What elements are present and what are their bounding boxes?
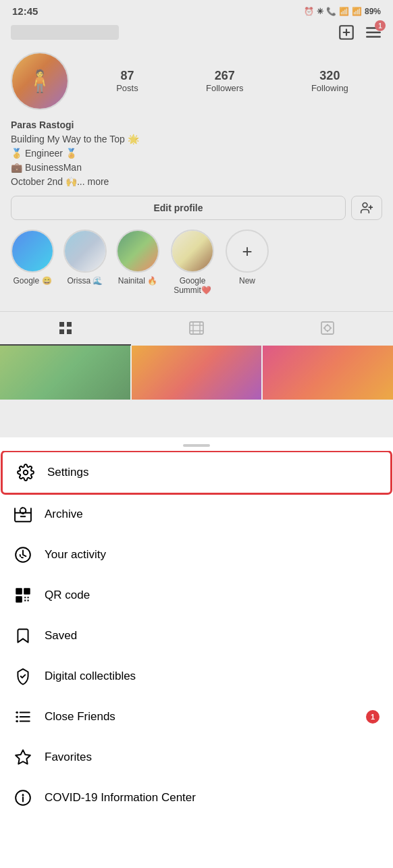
highlight-google-summit[interactable]: Google Summit❤️ xyxy=(169,229,216,295)
menu-item-your-activity[interactable]: Your activity xyxy=(0,535,393,575)
battery-icon: 89% xyxy=(365,7,381,16)
close-friends-badge: 1 xyxy=(366,710,379,724)
your-activity-label: Your activity xyxy=(45,548,106,562)
photo-cell-3[interactable] xyxy=(263,346,393,400)
highlight-orissa[interactable]: Orissa 🌊 xyxy=(63,229,107,295)
highlight-google[interactable]: Google 😄 xyxy=(11,229,54,295)
menu-item-saved[interactable]: Saved xyxy=(0,616,393,656)
alarm-icon: ⏰ xyxy=(304,7,314,16)
tab-grid[interactable] xyxy=(0,312,131,346)
svg-rect-9 xyxy=(59,322,64,327)
activity-icon xyxy=(14,545,32,564)
username-display xyxy=(11,25,119,40)
bottom-sheet: Settings Archive xyxy=(0,437,393,868)
highlight-new[interactable]: + New xyxy=(226,229,269,295)
favorites-label: Favorites xyxy=(45,751,92,764)
svg-rect-11 xyxy=(59,329,64,334)
wifi-icon: 📶 xyxy=(339,7,349,16)
menu-item-qr-code[interactable]: QR code xyxy=(0,575,393,616)
status-time: 12:45 xyxy=(12,5,38,17)
menu-item-close-friends[interactable]: Close Friends 1 xyxy=(0,697,393,737)
menu-item-digital-collectibles[interactable]: Digital collectibles xyxy=(0,656,393,697)
add-person-button[interactable] xyxy=(351,196,382,220)
tab-tagged[interactable] xyxy=(262,312,393,346)
add-post-button[interactable] xyxy=(338,24,355,41)
posts-stat[interactable]: 87 Posts xyxy=(116,69,138,93)
tabs-row xyxy=(0,311,393,346)
svg-point-34 xyxy=(16,720,18,722)
menu-item-archive[interactable]: Archive xyxy=(0,494,393,535)
svg-point-16 xyxy=(24,470,28,475)
svg-rect-14 xyxy=(321,322,334,334)
highlights-row: Google 😄 Orissa 🌊 Nainital 🔥 Google Summ… xyxy=(11,229,382,299)
archive-icon xyxy=(14,505,32,524)
top-header: 1 xyxy=(0,20,393,47)
photo-cell-1[interactable] xyxy=(0,346,130,400)
svg-rect-13 xyxy=(190,322,203,334)
shield-check-icon xyxy=(14,667,32,686)
svg-rect-25 xyxy=(17,597,20,601)
phone-icon: 📞 xyxy=(326,7,336,16)
list-icon xyxy=(14,707,32,726)
stats-row: 87 Posts 267 Followers 320 Following xyxy=(82,69,382,93)
photo-cell-2[interactable] xyxy=(132,346,262,400)
qr-icon xyxy=(14,586,32,605)
qr-code-label: QR code xyxy=(45,589,90,602)
sheet-handle xyxy=(183,444,210,447)
tab-reels[interactable] xyxy=(131,312,262,346)
profile-top: 🧍 87 Posts 267 Followers 320 Following xyxy=(11,52,382,110)
svg-marker-35 xyxy=(16,750,30,764)
bookmark-icon xyxy=(14,626,32,645)
menu-item-settings[interactable]: Settings xyxy=(3,452,390,493)
photo-grid xyxy=(0,346,393,400)
info-circle-icon xyxy=(14,788,32,807)
digital-collectibles-label: Digital collectibles xyxy=(45,670,136,683)
svg-point-15 xyxy=(325,325,330,331)
svg-point-6 xyxy=(363,203,367,208)
highlight-nainital[interactable]: Nainital 🔥 xyxy=(116,229,159,295)
svg-point-33 xyxy=(16,715,18,717)
svg-rect-23 xyxy=(25,589,28,593)
menu-item-favorites[interactable]: Favorites xyxy=(0,737,393,778)
svg-rect-10 xyxy=(67,322,72,327)
followers-stat[interactable]: 267 Followers xyxy=(206,69,244,93)
svg-rect-21 xyxy=(17,589,20,593)
notification-badge: 1 xyxy=(375,20,386,31)
edit-profile-button[interactable]: Edit profile xyxy=(11,196,346,220)
svg-rect-12 xyxy=(67,329,72,334)
bluetooth-icon: ✳ xyxy=(317,7,323,16)
profile-section: 🧍 87 Posts 267 Followers 320 Following P… xyxy=(0,47,393,311)
status-icons: ⏰ ✳ 📞 📶 📶 89% xyxy=(304,7,381,16)
menu-button[interactable]: 1 xyxy=(365,24,382,41)
archive-label: Archive xyxy=(45,508,83,521)
following-stat[interactable]: 320 Following xyxy=(311,69,348,93)
sheet-scrollable[interactable]: Settings Archive xyxy=(0,451,393,861)
close-friends-label: Close Friends xyxy=(45,710,115,724)
covid-label: COVID-19 Information Center xyxy=(45,791,196,805)
svg-point-32 xyxy=(16,711,18,713)
star-icon xyxy=(14,748,32,767)
gear-icon xyxy=(16,463,35,482)
profile-buttons: Edit profile xyxy=(11,196,382,220)
menu-item-covid[interactable]: COVID-19 Information Center xyxy=(0,778,393,818)
header-icons: 1 xyxy=(338,24,382,41)
saved-label: Saved xyxy=(45,629,77,643)
avatar[interactable]: 🧍 xyxy=(11,52,69,110)
signal-icon: 📶 xyxy=(352,7,362,16)
status-bar: 12:45 ⏰ ✳ 📞 📶 📶 89% xyxy=(0,0,393,20)
bio: Paras Rastogi Building My Way to the Top… xyxy=(11,118,382,189)
settings-label: Settings xyxy=(47,466,88,479)
